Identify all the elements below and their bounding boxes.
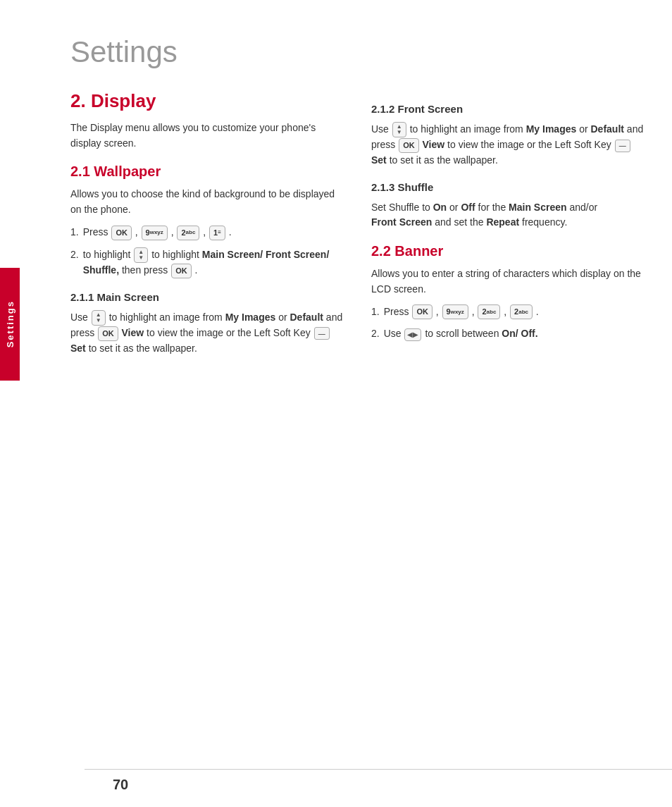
front-screen-body: Use ▲▼ to highlight an image from My Ima… xyxy=(371,122,644,168)
step-2: 2. to highlight ▲▼ to highlight Main Scr… xyxy=(70,247,343,278)
fs-body1: Use xyxy=(371,123,389,135)
banner-title: 2.2 Banner xyxy=(371,243,644,259)
ms-bold3: View xyxy=(122,327,144,338)
banner-step-2-bold: On/ Off. xyxy=(502,328,537,339)
soft-key-2: ― xyxy=(615,140,630,152)
sh-bold3: Main Screen xyxy=(509,202,566,213)
ok-key-1: OK xyxy=(111,226,132,240)
step-1-content: Press OK , 9wxyz , 2abc , 1≡ xyxy=(83,225,232,240)
fs-body3: or xyxy=(579,123,590,135)
fs-bold4: Set xyxy=(371,154,387,166)
ok-key-4: OK xyxy=(399,138,419,153)
ms-bold4: Set xyxy=(70,343,86,354)
ms-body6: to set it as the wallpaper. xyxy=(89,343,197,354)
banner-step-1-content: Press OK , 9wxyz , 2abc , 2abc . xyxy=(384,304,539,320)
2abc-key-1: 2abc xyxy=(177,226,199,240)
step-1-num: 1. xyxy=(70,225,79,240)
nav-ud-key-3: ▲▼ xyxy=(392,122,406,137)
sh-bold5: Repeat xyxy=(486,216,519,228)
shuffle-body: Set Shuffle to On or Off for the Main Sc… xyxy=(371,200,644,230)
page-container: Settings Settings 2. Display The Display… xyxy=(0,0,672,807)
wallpaper-steps: 1. Press OK , 9wxyz , 2abc , xyxy=(70,225,343,278)
nav-ud-key-2: ▲▼ xyxy=(92,310,106,326)
step-1-text: Press xyxy=(83,226,108,238)
sh-bold1: On xyxy=(433,202,447,213)
wallpaper-intro: Allows you to choose the kind of backgro… xyxy=(70,187,343,217)
fs-bold2: Default xyxy=(591,123,624,135)
right-column: 2.1.2 Front Screen Use ▲▼ to highlight a… xyxy=(371,90,644,363)
fs-bold3: View xyxy=(423,139,445,150)
2abc-key-3: 2abc xyxy=(510,304,533,319)
banner-step-1-text: Press xyxy=(384,306,409,317)
banner-steps: 1. Press OK , 9wxyz , 2abc , 2abc . xyxy=(371,304,644,343)
ms-body3: or xyxy=(278,312,287,323)
ok-key-2: OK xyxy=(171,264,192,278)
banner-intro: Allows you to enter a string of characte… xyxy=(371,266,644,297)
step-2-text: to highlight xyxy=(83,249,131,260)
step-2-content: to highlight ▲▼ to highlight Main Screen… xyxy=(83,247,343,278)
page-title: Settings xyxy=(70,35,644,69)
banner-step-1-num: 1. xyxy=(371,304,380,320)
sidebar-tab: Settings xyxy=(0,268,20,381)
banner-step-2-content: Use ◀▶ to scroll between On/ Off. xyxy=(384,326,538,342)
2abc-key-2: 2abc xyxy=(478,304,500,319)
step-1: 1. Press OK , 9wxyz , 2abc , xyxy=(70,225,343,240)
sidebar-label: Settings xyxy=(5,300,15,347)
ok-key-5: OK xyxy=(412,304,433,319)
page-number: 70 xyxy=(113,777,128,793)
ms-body5: to view the image or the Left Soft Key xyxy=(147,327,313,338)
banner-step-1: 1. Press OK , 9wxyz , 2abc , 2abc . xyxy=(371,304,644,320)
9wxyz-key-2: 9wxyz xyxy=(442,304,468,319)
banner-step-2: 2. Use ◀▶ to scroll between On/ Off. xyxy=(371,326,644,342)
ok-key-3: OK xyxy=(98,326,118,341)
soft-key-1: ― xyxy=(314,327,330,340)
front-screen-title: 2.1.2 Front Screen xyxy=(371,103,644,115)
wallpaper-title: 2.1 Wallpaper xyxy=(70,164,343,180)
banner-step-2-num: 2. xyxy=(371,326,380,342)
ms-body2: to highlight an image from xyxy=(109,312,223,323)
fs-body5: to view the image or the Left Soft Key xyxy=(447,139,614,150)
main-content: Settings 2. Display The Display menu all… xyxy=(42,0,672,807)
section-display-intro: The Display menu allows you to customize… xyxy=(70,121,343,151)
sh-body5: and set the xyxy=(435,216,483,228)
sh-body4: and/or xyxy=(569,202,597,213)
ms-bold1: My Images xyxy=(225,312,276,323)
sh-body2: or xyxy=(449,202,458,213)
sh-body6: frequency. xyxy=(522,216,567,228)
sh-body3: for the xyxy=(478,202,506,213)
nav-lr-key: ◀▶ xyxy=(404,328,421,341)
fs-body6: to set it as the wallpaper. xyxy=(390,154,498,166)
shuffle-title: 2.1.3 Shuffle xyxy=(371,181,644,193)
ms-body1: Use xyxy=(70,312,88,323)
banner-step-2-body: to scroll between xyxy=(425,328,499,339)
fs-body2: to highlight an image from xyxy=(410,123,526,135)
sh-bold4: Front Screen xyxy=(371,216,432,228)
two-col-layout: 2. Display The Display menu allows you t… xyxy=(70,90,644,363)
main-screen-body: Use ▲▼ to highlight an image from My Ima… xyxy=(70,310,343,357)
1-key-1: 1≡ xyxy=(209,226,225,240)
step-2-num: 2. xyxy=(70,247,79,278)
sh-body1: Set Shuffle to xyxy=(371,202,430,213)
nav-ud-key-1: ▲▼ xyxy=(134,247,148,263)
footer: 70 xyxy=(85,769,672,793)
ms-bold2: Default xyxy=(290,312,323,323)
9wxyz-key-1: 9wxyz xyxy=(142,226,168,240)
banner-step-2-text: Use xyxy=(384,328,402,339)
sh-bold2: Off xyxy=(461,202,475,213)
fs-bold1: My Images xyxy=(526,123,577,135)
main-screen-title: 2.1.1 Main Screen xyxy=(70,291,343,303)
section-display-title: 2. Display xyxy=(70,90,343,112)
left-column: 2. Display The Display menu allows you t… xyxy=(70,90,343,363)
